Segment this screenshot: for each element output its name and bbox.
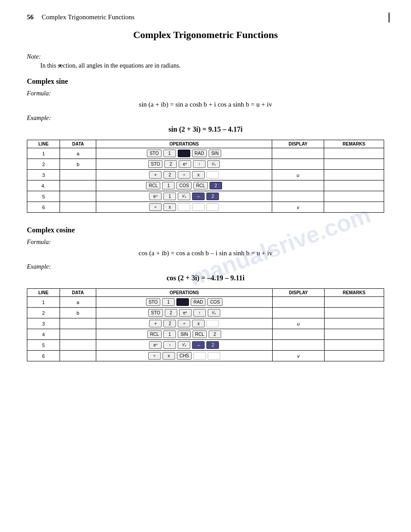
line-number: 1 [27,148,60,159]
section2-table: LINE DATA OPERATIONS DISPLAY REMARKS 1aS… [27,288,384,361]
data-value [60,202,96,213]
operation-button[interactable]: STO [147,150,161,157]
operation-button[interactable]: 1 [163,193,176,200]
remarks-value [324,170,384,180]
operation-button[interactable]: COS [176,182,192,189]
operation-button[interactable]: RAD [191,298,206,306]
display-value [272,180,324,191]
line-number: 3 [27,318,60,329]
operation-button[interactable]: ÷ [149,203,162,211]
page-header: 56 Complex Trigonometric Functions [27,13,384,21]
data-value [60,329,96,340]
operation-button[interactable]: ¹⁄ₓ [178,193,190,200]
section1-example-label: Example: [27,115,384,122]
operation-button[interactable]: ÷ [178,320,190,327]
operation-button[interactable]: x [192,320,205,327]
operation-button[interactable]: 2 [163,171,176,179]
operation-button[interactable]: – [192,341,205,349]
ops-cell: +2÷x [96,318,272,329]
note-label: Note: [27,53,384,60]
operation-button[interactable]: 1 [162,182,175,189]
operation-button[interactable]: ¹⁄ₓ [208,309,220,317]
operation-button[interactable]: 2 [163,320,176,327]
operation-button[interactable]: + [149,320,162,327]
operation-button[interactable]: + [149,171,162,179]
operation-button[interactable]: 1 [163,330,176,338]
operation-button[interactable]: – [192,193,205,200]
section2-formula: cos (a + ib) = cos a cosh b – i sin a si… [27,249,384,257]
operation-button[interactable]: ¹⁄ₓ [207,160,220,168]
table-row: 2bSTO2eˣ↑¹⁄ₓ [27,308,384,318]
operation-button[interactable]: RCL [146,182,160,189]
section1-formula-label: Formula: [27,90,384,97]
operation-button[interactable]: 2 [164,160,177,168]
operation-button[interactable]: SIN [178,330,191,338]
line-number: 4 [27,329,60,340]
remarks-value [324,351,384,361]
data-value [60,191,96,202]
operation-button[interactable]: ↑ [193,160,206,168]
operation-button[interactable]: RCL [147,330,162,338]
operation-button[interactable]: RCL [193,330,207,338]
table-row: 3+2÷x u [27,318,384,329]
remarks-value [324,297,384,308]
remarks-value [324,329,384,340]
operation-button[interactable]: x [163,203,176,211]
page-decoration [389,13,390,22]
operation-button[interactable]: COS [207,298,223,306]
line-number: 2 [27,308,60,318]
table-row: 3+2÷x u [27,170,384,180]
display-value: u [272,170,324,180]
col-ops: OPERATIONS [96,289,272,297]
operation-button[interactable]: SIN [209,150,222,157]
operation-button[interactable]: 2 [206,341,219,349]
table-row: 5eˣ1¹⁄ₓ–2 [27,191,384,202]
operation-button[interactable]: STO [148,309,163,317]
operation-button[interactable]: 1 [163,150,176,157]
display-value [273,308,325,318]
operation-button[interactable]: eˣ [179,160,191,168]
display-value [273,329,325,340]
header-title: Complex Trigonometric Functions [42,13,135,21]
operation-button[interactable]: 2 [209,330,221,338]
col-line: LINE [27,289,60,297]
operation-button[interactable]: RCL [193,182,208,189]
line-number: 6 [27,351,60,361]
col-data: DATA [60,140,96,148]
data-value [60,180,96,191]
operation-button[interactable]: ÷ [178,171,190,179]
ops-cell: ÷x [96,202,272,213]
operation-button[interactable]: 2 [165,309,177,317]
table-row: 4RCL1SINRCL2 [27,329,384,340]
data-value: a [60,148,96,159]
line-number: 6 [27,202,60,213]
remarks-value [324,340,384,351]
operation-button[interactable]: STO [146,298,160,306]
col-line: LINE [27,140,60,148]
table-row: 6÷x v [27,202,384,213]
line-number: 5 [27,340,60,351]
operation-button[interactable]: ↑ [163,341,176,349]
operation-button[interactable]: eˣ [149,341,162,349]
ops-cell: +2÷x [96,170,272,180]
operation-button[interactable]: 2 [206,193,219,200]
operation-button[interactable]: ¹⁄ₓ [178,341,190,349]
table-row: 1aSTO1 RADCOS [27,297,384,308]
section2-formula-label: Formula: [27,239,384,246]
section2-example-eq: cos (2 + 3i) = –4.19 – 9.11i [27,274,384,282]
data-value [60,340,96,351]
operation-button[interactable]: ÷ [148,352,161,360]
operation-button[interactable]: x [163,352,175,360]
operation-button[interactable]: RAD [192,150,207,157]
operation-button[interactable]: eˣ [179,309,192,317]
section1-formula: sin (a + ib) = sin a cosh b + i cos a si… [27,101,384,108]
operation-button[interactable]: CHS [177,352,192,360]
remarks-value [324,318,384,329]
operation-button[interactable]: 1 [162,298,175,306]
operation-button[interactable]: STO [148,160,163,168]
table-row: 2bSTO2eˣ↑¹⁄ₓ [27,159,384,170]
operation-button[interactable]: ↑ [193,309,206,317]
operation-button[interactable]: eˣ [149,193,162,200]
operation-button[interactable]: x [192,171,205,179]
operation-button[interactable]: 2 [210,182,222,189]
